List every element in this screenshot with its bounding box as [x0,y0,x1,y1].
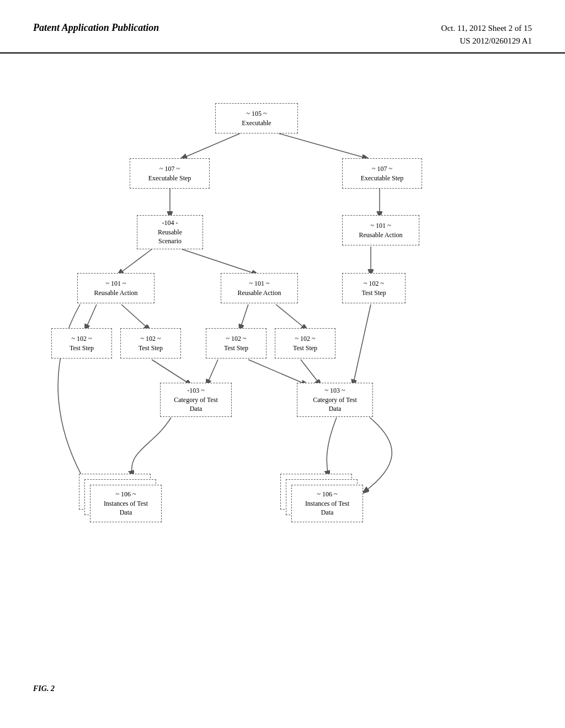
box-ra2-label: ~ 101 ~Reusable Action [238,279,281,298]
box-cat1: -103 ~Category of TestData [160,383,232,417]
box-ts5-label: ~ 102 ~Test Step [293,334,317,353]
connector-svg [0,59,565,710]
page-header: Patent Application Publication Oct. 11, … [0,0,565,53]
box-rs1: -104 -ReusableScenario [137,215,203,249]
box-inst2-label: ~ 106 ~Instances of TestData [305,490,349,517]
box-ra1: ~ 101 ~Reusable Action [77,273,154,303]
box-ts4: ~ 102 ~Test Step [206,328,266,358]
patent-number: US 2012/0260129 A1 [441,35,532,47]
svg-line-15 [353,304,371,384]
box-ts5: ~ 102 ~Test Step [275,328,335,358]
box-ra3: ~ 101 ~Reusable Action [342,215,419,245]
box-inst2-front: ~ 106 ~Instances of TestData [291,485,363,522]
publication-title: Patent Application Publication [33,22,159,34]
box-ts2-label: ~ 102 ~Test Step [138,334,163,353]
box-es1-label: ~ 107 ~Executable Step [148,164,191,183]
box-ra2: ~ 101 ~Reusable Action [221,273,298,303]
box-es2-label: ~ 107 ~Executable Step [361,164,404,183]
date-sheet-info: Oct. 11, 2012 Sheet 2 of 15 [441,22,532,35]
box-executable-label: ~ 105 ~Executable [242,109,271,128]
svg-line-0 [182,133,240,158]
svg-line-3 [119,249,152,274]
box-cat1-label: -103 ~Category of TestData [174,386,218,414]
box-inst1-front: ~ 106 ~Instances of TestData [90,485,162,522]
svg-line-7 [240,304,248,329]
svg-line-8 [276,304,306,329]
svg-line-6 [121,304,149,329]
svg-line-1 [279,133,367,158]
box-rs1-label: -104 -ReusableScenario [158,218,182,246]
box-ts4-label: ~ 102 ~Test Step [224,334,248,353]
box-ts1-label: ~ 102 ~Test Step [70,334,94,353]
box-ts3: ~ 102 ~Test Step [342,273,406,303]
svg-line-12 [301,360,320,384]
box-cat2: ~ 103 ~Category of TestData [297,383,373,417]
box-ts2: ~ 102 ~Test Step [120,328,181,358]
box-ts3-label: ~ 102 ~Test Step [361,279,386,298]
box-es2: ~ 107 ~Executable Step [342,158,422,189]
box-ra1-label: ~ 101 ~Reusable Action [94,279,138,298]
svg-line-10 [207,360,218,384]
svg-line-4 [182,249,257,274]
svg-line-5 [86,304,97,329]
svg-line-11 [248,360,306,384]
box-cat2-label: ~ 103 ~Category of TestData [313,386,357,414]
box-ts1: ~ 102 ~Test Step [51,328,112,358]
box-executable: ~ 105 ~Executable [215,103,298,133]
diagram-area: ~ 105 ~Executable ~ 107 ~Executable Step… [0,59,565,710]
figure-label: FIG. 2 [33,684,55,693]
box-es1: ~ 107 ~Executable Step [130,158,210,189]
box-ra3-label: ~ 101 ~Reusable Action [359,221,403,240]
svg-line-9 [152,360,190,384]
publication-info: Oct. 11, 2012 Sheet 2 of 15 US 2012/0260… [441,22,532,47]
box-inst1-label: ~ 106 ~Instances of TestData [104,490,148,517]
page: Patent Application Publication Oct. 11, … [0,0,565,728]
